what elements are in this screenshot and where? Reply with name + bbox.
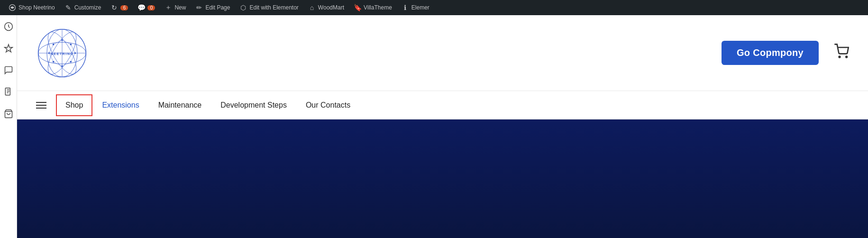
nav-item-development-steps[interactable]: Development Steps [211,91,296,119]
logo-area: NEETRINO [36,27,88,79]
nav-maintenance-label: Maintenance [158,101,202,110]
admin-bar-edit-page[interactable]: ✏ Edit Page [191,0,235,15]
admin-bar-customize[interactable]: ✎ Customize [60,0,106,15]
hero-section [17,119,868,238]
nav-development-steps-label: Development Steps [220,101,287,110]
woodmart-label: WoodMart [318,4,344,11]
new-icon: ＋ [164,4,172,11]
woodmart-icon: ⌂ [308,4,316,11]
edit-page-icon: ✏ [195,4,203,11]
customize-icon: ✎ [64,4,72,11]
elemer-icon: ℹ [402,4,409,11]
admin-bar-edit-elementor[interactable]: ⬡ Edit with Elementor [235,0,303,15]
comments-icon: 💬 [137,4,145,11]
header-right: Go Copmpony [722,41,849,65]
nav-shop-label: Shop [65,101,83,110]
shop-neetrino-label: Shop Neetrino [18,4,55,11]
sidebar-chat-icon[interactable] [2,64,15,77]
sidebar-cart-icon[interactable] [2,107,15,120]
cart-icon[interactable] [834,44,849,62]
left-sidebar [0,15,17,238]
admin-bar-woodmart[interactable]: ⌂ WoodMart [303,0,349,15]
updates-badge: 6 [120,5,128,10]
site-header: NEETRINO Go Copmpony [17,15,868,91]
hamburger-line-3 [36,108,46,109]
customize-label: Customize [74,4,101,11]
hamburger-menu[interactable] [36,102,46,109]
admin-bar-villatheme[interactable]: 🔖 VillaTheme [349,0,397,15]
comments-badge: 0 [147,5,155,10]
elementor-icon: ⬡ [239,4,247,11]
nav-item-our-contacts[interactable]: Our Contacts [296,91,360,119]
nav-item-maintenance[interactable]: Maintenance [149,91,211,119]
sidebar-home-icon[interactable] [2,20,15,33]
admin-bar-shop-neetrino[interactable]: Shop Neetrino [4,0,60,15]
hamburger-line-1 [36,102,46,103]
elemer-label: Elemer [411,4,429,11]
admin-bar-new[interactable]: ＋ New [160,0,191,15]
nav-our-contacts-label: Our Contacts [306,101,350,110]
admin-bar-elemer[interactable]: ℹ Elemer [397,0,434,15]
admin-bar: Shop Neetrino ✎ Customize ↻ 6 💬 0 ＋ New … [0,0,868,15]
nav-item-extensions[interactable]: Extensions [92,91,148,119]
navbar: Shop Extensions Maintenance Development … [17,91,868,119]
new-label: New [174,4,186,11]
wp-logo-icon [9,4,16,11]
admin-bar-updates[interactable]: ↻ 6 [106,0,133,15]
updates-icon: ↻ [110,4,118,11]
admin-bar-comments[interactable]: 💬 0 [133,0,160,15]
svg-text:NEETRINO: NEETRINO [51,51,74,55]
svg-point-15 [53,43,55,45]
villatheme-label: VillaTheme [364,4,392,11]
svg-rect-2 [5,88,10,95]
nav-extensions-label: Extensions [102,101,139,110]
edit-elementor-label: Edit with Elementor [249,4,298,11]
go-company-button[interactable]: Go Copmpony [722,41,819,65]
sidebar-star-icon[interactable] [2,42,15,55]
main-content: NEETRINO Go Copmpony Shop Extensions [17,15,868,238]
sidebar-file-icon[interactable] [2,85,15,99]
hamburger-line-2 [36,105,46,106]
villatheme-icon: 🔖 [354,4,361,11]
site-logo: NEETRINO [36,27,88,79]
nav-item-shop[interactable]: Shop [56,94,92,116]
edit-page-label: Edit Page [205,4,230,11]
